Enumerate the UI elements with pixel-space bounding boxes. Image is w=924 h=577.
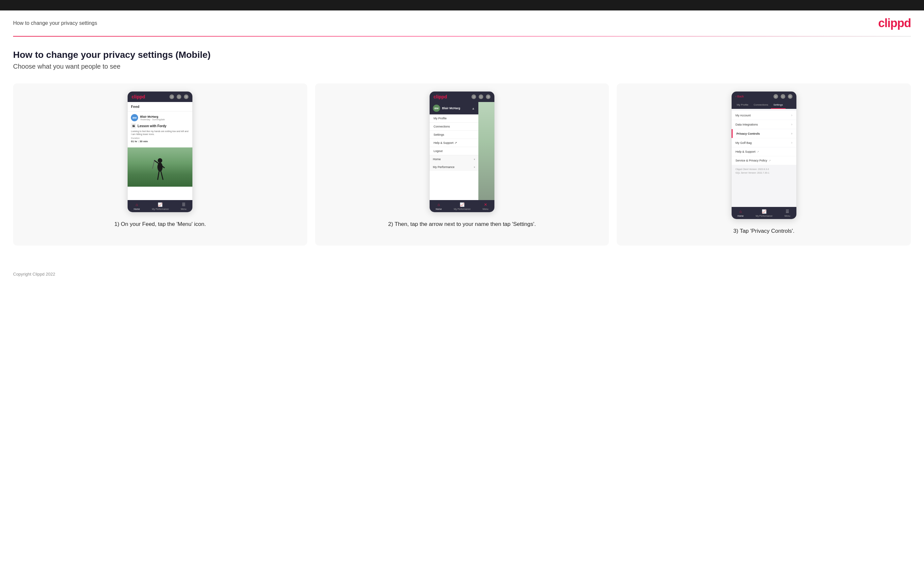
- user-icon[interactable]: ☺: [177, 95, 181, 99]
- phone-2-logo: clippd: [433, 94, 447, 99]
- close-icon: ✕: [483, 202, 488, 207]
- footer-home[interactable]: ⌂ Home: [134, 202, 140, 210]
- menu-connections-label: Connections: [433, 125, 450, 128]
- phone-1-footer: ⌂ Home 📈 My Performance ☰ Menu: [128, 200, 192, 212]
- my-golf-bag-chevron: ›: [791, 141, 792, 145]
- footer3-menu[interactable]: ☰ Menu: [785, 209, 790, 217]
- phone-1-icons: ☌ ☺ ⚙: [170, 95, 189, 99]
- footer-menu[interactable]: ☰ Menu: [181, 202, 186, 210]
- phone-1-logo: clippd: [131, 94, 145, 99]
- home-icon-2: ⌂: [436, 202, 441, 207]
- performance-label: My Performance: [152, 208, 168, 210]
- settings-icon[interactable]: ⚙: [184, 95, 189, 99]
- phone-3-icons: ☌ ☺ ⚙: [774, 94, 793, 99]
- step-2-description: 2) Then, tap the arrow next to your name…: [388, 220, 536, 228]
- chevron-up-icon[interactable]: ▲: [472, 106, 475, 110]
- settings-my-account[interactable]: My Account ›: [732, 111, 796, 120]
- post-meta: Blair McHarg Yesterday · Sunningdale: [140, 115, 189, 121]
- help-support-label: Help & Support ↗: [735, 150, 759, 153]
- performance-chevron-icon: ▾: [474, 166, 475, 169]
- lesson-title: Lesson with Fordy: [137, 124, 166, 128]
- policy-ext-icon: ↗: [769, 159, 771, 162]
- footer2-menu[interactable]: ✕ Menu: [483, 202, 488, 210]
- performance-label-3: My Performance: [756, 215, 772, 217]
- lesson-desc: Looking to feel like my hands are exitin…: [131, 130, 189, 136]
- menu-logout-label: Logout: [433, 149, 443, 153]
- copyright-text: Copyright Clippd 2022: [13, 272, 55, 277]
- post-header: BM Blair McHarg Yesterday · Sunningdale: [131, 114, 189, 121]
- menu-label-2: Menu: [483, 208, 488, 210]
- user-icon-2[interactable]: ☺: [479, 95, 483, 99]
- menu-performance-label: My Performance: [433, 165, 454, 169]
- menu-help-support[interactable]: Help & Support ↗: [430, 139, 478, 147]
- svg-line-6: [152, 161, 154, 169]
- settings-privacy-controls[interactable]: Privacy Controls ›: [732, 129, 796, 138]
- help-ext-icon: ↗: [757, 150, 759, 153]
- logo: clippd: [878, 16, 911, 30]
- svg-line-5: [161, 172, 163, 179]
- svg-line-4: [158, 172, 159, 179]
- menu-icon: ☰: [181, 202, 186, 207]
- lesson-title-row: 🎬 Lesson with Fordy: [131, 123, 189, 129]
- tab-settings[interactable]: Settings: [771, 102, 786, 109]
- back-button[interactable]: ‹ Back: [735, 95, 744, 98]
- menu-home-section[interactable]: Home ▾: [430, 155, 478, 163]
- back-header: ‹ Back ☌ ☺ ⚙: [732, 92, 796, 102]
- step-3-card: ‹ Back ☌ ☺ ⚙ My Profile Connections Sett…: [617, 83, 911, 245]
- home-icon: ⌂: [134, 202, 139, 207]
- phone-1-header: clippd ☌ ☺ ⚙: [128, 92, 192, 102]
- footer-performance[interactable]: 📈 My Performance: [152, 202, 168, 210]
- menu-panel: BM Blair McHarg ▲ My Profile Connections: [430, 102, 478, 200]
- performance-icon-2: 📈: [460, 202, 465, 207]
- menu-settings-label: Settings: [433, 133, 444, 136]
- menu-user-info: BM Blair McHarg: [433, 105, 460, 112]
- post-date: Yesterday · Sunningdale: [140, 118, 189, 121]
- menu-avatar: BM: [433, 105, 440, 112]
- tab-connections[interactable]: Connections: [751, 102, 771, 109]
- performance-icon-3: 📈: [761, 209, 767, 214]
- page-heading: How to change your privacy settings (Mob…: [13, 50, 911, 60]
- step-1-card: clippd ☌ ☺ ⚙ Feed BM Blair McHarg: [13, 83, 307, 245]
- settings-privacy-policy[interactable]: Service & Privacy Policy ↗: [732, 156, 796, 165]
- step-2-phone: clippd ☌ ☺ ⚙ BM Bl: [429, 91, 495, 213]
- footer3-home[interactable]: ⌂ Home: [738, 209, 744, 217]
- settings-my-golf-bag[interactable]: My Golf Bag ›: [732, 138, 796, 147]
- settings-icon-3[interactable]: ⚙: [788, 94, 793, 99]
- settings-body: My Account › Data Integrations › Privacy…: [732, 109, 796, 207]
- search-icon-2[interactable]: ☌: [472, 95, 476, 99]
- phone-1-body: Feed BM Blair McHarg Yesterday · Sunning…: [128, 102, 192, 200]
- search-icon[interactable]: ☌: [170, 95, 174, 99]
- tab-my-profile[interactable]: My Profile: [734, 102, 751, 109]
- menu-performance-section[interactable]: My Performance ▾: [430, 163, 478, 171]
- settings-data-integrations[interactable]: Data Integrations ›: [732, 120, 796, 129]
- footer2-home[interactable]: ⌂ Home: [436, 202, 442, 210]
- phone-2-header: clippd ☌ ☺ ⚙: [430, 92, 494, 102]
- home-icon-3: ⌂: [738, 209, 743, 214]
- performance-icon: 📈: [158, 202, 163, 207]
- phone-3-footer: ⌂ Home 📈 My Performance ☰ Menu: [732, 207, 796, 219]
- post-name: Blair McHarg: [140, 115, 189, 118]
- svg-point-0: [158, 158, 162, 163]
- version-server: GQL Server Version: 2022.7.30-1: [735, 171, 793, 175]
- home-label-2: Home: [436, 208, 442, 210]
- menu-help-label: Help & Support ↗: [433, 141, 457, 145]
- footer2-performance[interactable]: 📈 My Performance: [454, 202, 470, 210]
- settings-icon-2[interactable]: ⚙: [486, 95, 491, 99]
- duration-value: 01 hr : 30 min: [131, 140, 189, 143]
- menu-connections[interactable]: Connections: [430, 122, 478, 131]
- menu-logout[interactable]: Logout: [430, 147, 478, 155]
- home-label: Home: [134, 208, 140, 210]
- menu-settings[interactable]: Settings: [430, 131, 478, 139]
- menu-my-profile[interactable]: My Profile: [430, 114, 478, 122]
- my-account-label: My Account: [735, 114, 751, 117]
- user-icon-3[interactable]: ☺: [781, 94, 785, 99]
- page-footer: Copyright Clippd 2022: [0, 265, 924, 283]
- golf-image: [128, 147, 192, 187]
- search-icon-3[interactable]: ☌: [774, 94, 778, 99]
- settings-help-support[interactable]: Help & Support ↗: [732, 147, 796, 156]
- version-client: Clippd Client Version: 2022.8.3-3: [735, 168, 793, 171]
- my-golf-bag-label: My Golf Bag: [735, 141, 752, 145]
- footer3-performance[interactable]: 📈 My Performance: [756, 209, 772, 217]
- menu-user-row: BM Blair McHarg ▲: [430, 102, 478, 114]
- menu-label: Menu: [181, 208, 186, 210]
